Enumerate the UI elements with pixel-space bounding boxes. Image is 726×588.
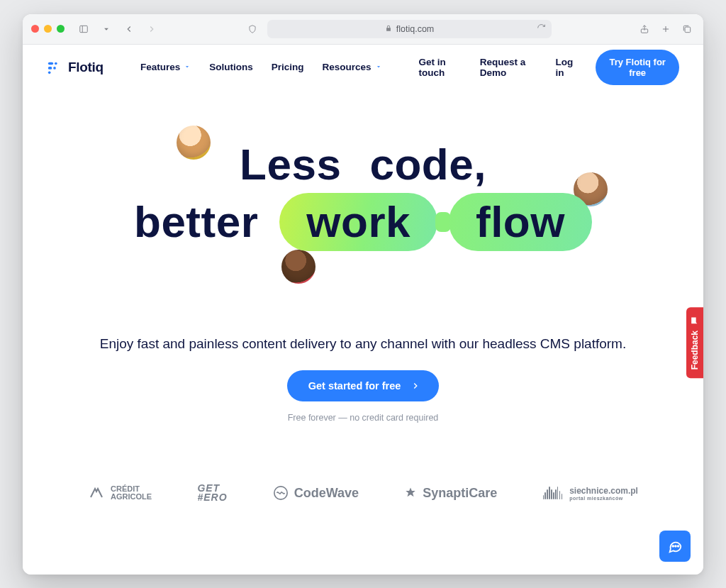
reload-button[interactable] bbox=[537, 23, 546, 35]
privacy-shield-icon[interactable] bbox=[245, 21, 260, 37]
credit-agricole-icon bbox=[88, 486, 105, 500]
address-bar[interactable]: flotiq.com bbox=[267, 20, 552, 38]
share-button[interactable] bbox=[637, 21, 652, 37]
url-text: flotiq.com bbox=[396, 24, 435, 34]
nav-request-demo[interactable]: Request a Demo bbox=[480, 57, 537, 78]
chat-icon bbox=[667, 538, 683, 554]
hero-section: Less code, better work flow Enjoy fast a… bbox=[23, 90, 703, 423]
get-started-button[interactable]: Get started for free bbox=[287, 370, 440, 401]
browser-toolbar: flotiq.com bbox=[23, 14, 703, 45]
brand-name: Flotiq bbox=[68, 60, 104, 75]
hero-subhead: Enjoy fast and painless content delivery… bbox=[23, 336, 703, 352]
nav-features[interactable]: Features bbox=[140, 62, 191, 72]
logo-siechnice: siechnice.com.pl portal mieszkańców bbox=[543, 486, 638, 501]
svg-point-9 bbox=[53, 67, 56, 70]
tab-overview-button[interactable] bbox=[679, 21, 695, 37]
nav-get-in-touch[interactable]: Get in touch bbox=[419, 57, 462, 78]
back-button[interactable] bbox=[121, 21, 137, 37]
nav-pricing[interactable]: Pricing bbox=[272, 62, 304, 72]
nav-log-in[interactable]: Log in bbox=[555, 57, 577, 78]
hero-headline: Less code, better work flow bbox=[134, 140, 592, 251]
svg-point-14 bbox=[678, 545, 679, 547]
svg-point-13 bbox=[675, 545, 676, 547]
nav-resources[interactable]: Resources bbox=[322, 62, 381, 72]
new-tab-button[interactable] bbox=[658, 21, 674, 37]
siechnice-icon bbox=[543, 487, 563, 499]
svg-point-12 bbox=[672, 545, 674, 547]
svg-rect-0 bbox=[80, 26, 88, 32]
svg-rect-5 bbox=[685, 27, 691, 33]
nav-solutions[interactable]: Solutions bbox=[209, 62, 253, 72]
try-free-button[interactable]: Try Flotiq for free bbox=[596, 50, 679, 85]
tab-dropdown-button[interactable] bbox=[99, 21, 114, 37]
chat-widget-button[interactable] bbox=[659, 531, 691, 562]
chevron-down-icon bbox=[375, 62, 382, 72]
synapticare-icon bbox=[404, 487, 417, 499]
close-window-button[interactable] bbox=[31, 25, 39, 33]
flotiq-logo-icon bbox=[47, 60, 62, 75]
arrow-right-icon bbox=[411, 381, 420, 391]
codewave-icon bbox=[273, 485, 289, 501]
feedback-tab[interactable]: Feedback bbox=[686, 307, 703, 378]
site-nav: Flotiq Features Solutions Pricing Resour… bbox=[23, 45, 703, 90]
chevron-down-icon bbox=[184, 62, 191, 72]
logo-credit-agricole: CRÉDIT AGRICOLE bbox=[88, 485, 152, 501]
browser-window: flotiq.com bbox=[23, 14, 703, 575]
window-controls bbox=[31, 25, 65, 33]
hero-fineprint: Free forever — no credit card required bbox=[23, 413, 703, 423]
brand-logo[interactable]: Flotiq bbox=[47, 60, 104, 75]
lock-icon bbox=[385, 25, 392, 33]
svg-point-10 bbox=[48, 71, 51, 74]
avatar-image bbox=[281, 250, 315, 284]
forward-button[interactable] bbox=[144, 21, 160, 37]
highlight-pill: work flow bbox=[279, 193, 592, 251]
page-content: Flotiq Features Solutions Pricing Resour… bbox=[23, 45, 703, 575]
svg-rect-8 bbox=[48, 67, 52, 70]
logo-synapticare: SynaptiCare bbox=[404, 486, 497, 501]
minimize-window-button[interactable] bbox=[44, 25, 52, 33]
logo-gethero: GET #ERO bbox=[197, 484, 227, 503]
logo-codewave: CodeWave bbox=[273, 485, 359, 501]
feedback-icon bbox=[691, 316, 700, 325]
customer-logo-strip: CRÉDIT AGRICOLE GET #ERO CodeWave S bbox=[23, 484, 703, 503]
svg-rect-6 bbox=[48, 62, 53, 65]
sidebar-toggle-button[interactable] bbox=[76, 21, 91, 37]
svg-point-7 bbox=[55, 62, 57, 65]
maximize-window-button[interactable] bbox=[57, 25, 65, 33]
